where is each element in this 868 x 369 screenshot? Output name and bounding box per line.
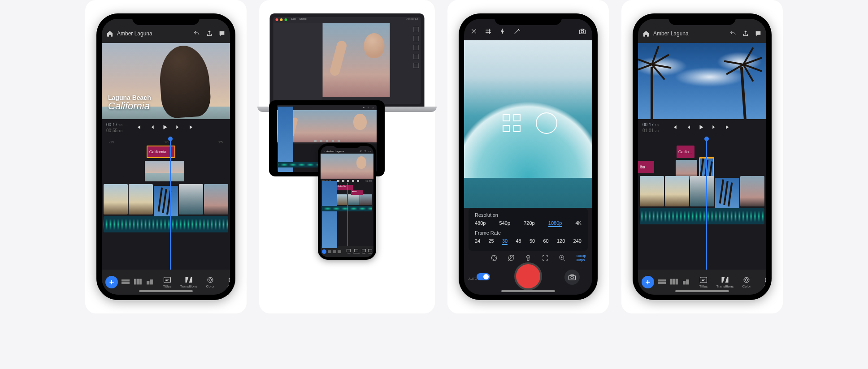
skip-back-icon[interactable]	[135, 124, 141, 131]
skip-fwd-icon[interactable]	[725, 124, 731, 131]
preview-area[interactable]	[638, 43, 766, 119]
record-button[interactable]	[514, 262, 542, 290]
undo-icon[interactable]	[193, 30, 200, 37]
home-icon[interactable]	[106, 30, 113, 37]
grid-icon[interactable]	[485, 28, 492, 37]
fps-240[interactable]: 240	[573, 238, 582, 244]
add-media-button[interactable]: +	[642, 276, 654, 288]
title-clip-2[interactable]: iba	[638, 161, 654, 173]
camera-viewfinder[interactable]	[464, 40, 592, 208]
share-icon[interactable]	[742, 30, 749, 37]
notch	[668, 13, 736, 25]
phone-frame-3: Resolution 480p 540p 720p 1080p 4K Frame…	[459, 13, 598, 300]
svg-rect-35	[765, 278, 766, 282]
layout-icon-3[interactable]	[682, 279, 692, 286]
color-button[interactable]: Color	[201, 276, 219, 288]
frame-fwd-icon[interactable]	[712, 124, 718, 131]
aperture-icon[interactable]	[490, 254, 498, 263]
audio-track[interactable]	[104, 216, 228, 232]
clip-people[interactable]	[204, 184, 228, 215]
overlay-clip[interactable]	[145, 161, 184, 181]
flash-icon[interactable]	[499, 28, 506, 37]
magic-wand-icon[interactable]	[513, 28, 521, 37]
res-4k[interactable]: 4K	[575, 220, 581, 226]
timeline[interactable]: Califo... iba	[638, 137, 766, 270]
close-icon[interactable]	[470, 28, 477, 37]
timeline[interactable]: -15 :20 :25 California	[102, 137, 230, 270]
clip-palm[interactable]	[154, 186, 178, 216]
clip-beach-1[interactable]	[104, 184, 128, 215]
playhead[interactable]	[170, 137, 171, 270]
switch-camera-button[interactable]	[564, 270, 580, 285]
clip-beach[interactable]	[640, 176, 664, 206]
mini-phone: ⌂ Amber Laguna ↶⇪▭ 00:30 14 :40 :50 Ambe…	[318, 143, 376, 260]
comment-icon[interactable]	[218, 30, 226, 37]
fps-120[interactable]: 120	[557, 238, 565, 244]
audio-track[interactable]	[640, 208, 764, 224]
whitebalance-icon[interactable]	[525, 254, 532, 263]
auto-toggle[interactable]	[477, 273, 490, 280]
add-media-button[interactable]: +	[105, 276, 118, 288]
skip-back-icon[interactable]	[671, 124, 677, 131]
res-1080p[interactable]: 1080p	[548, 220, 562, 226]
transitions-button[interactable]: Transitions	[716, 276, 734, 288]
audio-button[interactable]: Audio	[759, 276, 766, 288]
video-track[interactable]	[102, 184, 230, 215]
comment-icon[interactable]	[755, 30, 762, 37]
share-icon[interactable]	[206, 30, 213, 37]
preview-area[interactable]: Laguna Beach California	[102, 43, 230, 119]
resolution-row: 480p 540p 720p 1080p 4K	[475, 220, 582, 226]
zoom-icon[interactable]	[559, 254, 566, 263]
clip-surf[interactable]	[690, 176, 714, 206]
fps-25[interactable]: 25	[489, 238, 494, 244]
focus-icon[interactable]	[542, 254, 549, 263]
fps-50[interactable]: 50	[529, 238, 535, 244]
layout-icon-1[interactable]	[657, 279, 667, 286]
svg-rect-30	[683, 281, 686, 285]
exposure-icon[interactable]	[508, 254, 515, 263]
layout-icon-1[interactable]	[121, 279, 130, 286]
camera-settings-panel: Resolution 480p 540p 720p 1080p 4K Frame…	[469, 208, 588, 251]
title-clip[interactable]: Califo...	[677, 146, 694, 158]
video-track[interactable]	[638, 176, 766, 206]
transitions-button[interactable]: Transitions	[180, 276, 198, 288]
res-540p[interactable]: 540p	[499, 220, 510, 226]
focus-box[interactable]	[503, 114, 521, 132]
clip-surf[interactable]	[179, 184, 203, 215]
fps-48[interactable]: 48	[516, 238, 521, 244]
clip-woman[interactable]	[740, 176, 764, 206]
frame-back-icon[interactable]	[685, 124, 691, 131]
clip-beach-2[interactable]	[129, 184, 153, 215]
exposure-ring[interactable]	[536, 112, 557, 134]
frame-back-icon[interactable]	[148, 124, 155, 131]
project-title: Amber Laguna	[117, 30, 152, 37]
fps-60[interactable]: 60	[543, 238, 549, 244]
res-720p[interactable]: 720p	[524, 220, 534, 226]
phone-frame-4: Amber Laguna	[633, 13, 772, 300]
play-icon[interactable]	[162, 124, 168, 131]
layout-icon-2[interactable]	[133, 279, 143, 286]
clip-palm[interactable]	[715, 178, 739, 208]
audio-button[interactable]: Audio	[223, 276, 230, 288]
title-clip[interactable]: California	[147, 146, 175, 158]
layout-icon-3[interactable]	[146, 279, 156, 286]
layout-icon-2[interactable]	[669, 279, 679, 286]
titles-button[interactable]: Titles	[158, 276, 176, 288]
fps-30[interactable]: 30	[502, 238, 508, 244]
color-button[interactable]: Color	[738, 276, 755, 288]
svg-rect-3	[137, 279, 139, 284]
play-icon[interactable]	[698, 124, 704, 131]
undo-icon[interactable]	[729, 30, 737, 37]
frame-fwd-icon[interactable]	[175, 124, 182, 131]
playhead[interactable]	[706, 137, 707, 270]
svg-rect-19	[527, 256, 530, 258]
camera-format-info[interactable]: 1080p 30fps	[576, 254, 586, 262]
res-480p[interactable]: 480p	[475, 220, 486, 226]
skip-fwd-icon[interactable]	[189, 124, 195, 131]
clip-beach-2[interactable]	[665, 176, 689, 206]
home-icon[interactable]	[642, 30, 650, 37]
project-title: Amber Laguna	[653, 30, 689, 37]
titles-button[interactable]: Titles	[694, 276, 712, 288]
camera-icon[interactable]	[579, 28, 586, 37]
fps-24[interactable]: 24	[475, 238, 480, 244]
